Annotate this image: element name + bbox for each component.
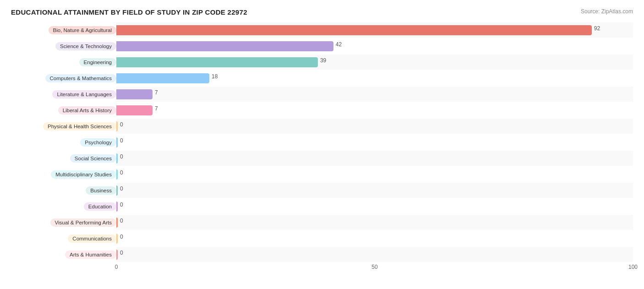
bar-track: 92 [116, 22, 633, 38]
bars-area: Bio, Nature & Agricultural92Science & Te… [11, 22, 633, 273]
bar-label: Physical & Health Sciences [11, 122, 116, 131]
bar-label-pill: Social Sciences [70, 154, 116, 163]
bar-fill: 0 [116, 169, 118, 180]
bar-label-pill: Multidisciplinary Studies [51, 170, 116, 179]
bar-track: 42 [116, 38, 633, 54]
bar-row: Business0 [11, 183, 633, 198]
bar-track: 0 [116, 247, 633, 262]
bar-value-label: 7 [155, 89, 158, 96]
bar-value-label: 92 [594, 25, 600, 32]
bar-label: Psychology [11, 138, 116, 147]
bar-row: Bio, Nature & Agricultural92 [11, 22, 633, 38]
bar-row: Engineering39 [11, 55, 633, 70]
bar-label: Literature & Languages [11, 90, 116, 98]
bar-value-label: 0 [120, 185, 123, 192]
bar-label-pill: Arts & Humanities [65, 251, 116, 259]
bar-row: Communications0 [11, 231, 633, 246]
chart-header: EDUCATIONAL ATTAINMENT BY FIELD OF STUDY… [11, 8, 633, 16]
bar-value-label: 39 [320, 57, 326, 64]
bar-track: 7 [116, 87, 633, 102]
bar-value-label: 0 [120, 137, 123, 144]
bar-label-pill: Visual & Performing Arts [50, 218, 116, 227]
bar-value-label: 0 [120, 218, 123, 224]
bar-track: 0 [116, 183, 633, 198]
bar-label: Education [11, 202, 116, 211]
bar-row: Liberal Arts & History7 [11, 103, 633, 118]
bar-track: 0 [116, 167, 633, 182]
bar-label-pill: Literature & Languages [52, 90, 116, 98]
bar-track: 0 [116, 199, 633, 214]
x-axis-tick: 50 [371, 264, 377, 270]
bar-label: Engineering [11, 58, 116, 66]
bar-label: Bio, Nature & Agricultural [11, 26, 116, 34]
bar-row: Education0 [11, 199, 633, 214]
bar-label-pill: Education [84, 202, 116, 211]
bar-row: Psychology0 [11, 135, 633, 150]
bar-label-pill: Engineering [79, 58, 116, 66]
chart-source: Source: ZipAtlas.com [581, 8, 633, 15]
bar-track: 0 [116, 119, 633, 134]
bar-value-label: 18 [212, 73, 218, 80]
bar-fill: 7 [116, 105, 153, 115]
bar-value-label: 0 [120, 121, 123, 128]
bar-track: 7 [116, 103, 633, 118]
bar-label-pill: Science & Technology [55, 42, 116, 50]
bar-value-label: 0 [120, 169, 123, 176]
bar-track: 18 [116, 71, 633, 86]
bar-fill: 18 [116, 73, 209, 83]
bar-row: Social Sciences0 [11, 151, 633, 166]
bar-label: Business [11, 186, 116, 195]
bar-row: Computers & Mathematics18 [11, 71, 633, 86]
bar-fill: 0 [116, 234, 118, 244]
bar-track: 39 [116, 55, 633, 70]
bar-label: Multidisciplinary Studies [11, 170, 116, 179]
bar-track: 0 [116, 151, 633, 166]
bar-fill: 7 [116, 89, 153, 99]
bar-label: Computers & Mathematics [11, 74, 116, 82]
bar-row: Physical & Health Sciences0 [11, 119, 633, 134]
bar-fill: 0 [116, 202, 118, 212]
bars-container: Bio, Nature & Agricultural92Science & Te… [11, 22, 633, 263]
bar-value-label: 42 [336, 41, 342, 48]
bar-value-label: 0 [120, 234, 123, 240]
bar-fill: 0 [116, 218, 118, 228]
x-axis-tick: 0 [115, 264, 118, 270]
bar-row: Visual & Performing Arts0 [11, 215, 633, 230]
bar-label: Visual & Performing Arts [11, 218, 116, 227]
bar-label: Liberal Arts & History [11, 106, 116, 115]
bar-label-pill: Business [86, 186, 116, 195]
bar-fill: 0 [116, 137, 118, 147]
bar-value-label: 0 [120, 250, 123, 256]
bar-row: Arts & Humanities0 [11, 247, 633, 262]
bar-value-label: 0 [120, 153, 123, 160]
bar-track: 0 [116, 231, 633, 246]
bar-fill: 42 [116, 41, 333, 51]
bar-track: 0 [116, 215, 633, 230]
bar-track: 0 [116, 135, 633, 150]
bar-label: Science & Technology [11, 42, 116, 50]
x-axis-tick: 100 [628, 264, 638, 270]
bar-fill: 92 [116, 25, 592, 35]
bar-fill: 0 [116, 153, 118, 164]
bar-label-pill: Physical & Health Sciences [43, 122, 116, 131]
bar-label: Arts & Humanities [11, 251, 116, 259]
bar-label-pill: Bio, Nature & Agricultural [49, 26, 116, 34]
bar-fill: 39 [116, 57, 318, 67]
bar-fill: 0 [116, 121, 118, 131]
bar-label-pill: Liberal Arts & History [58, 106, 116, 115]
chart-container: EDUCATIONAL ATTAINMENT BY FIELD OF STUDY… [0, 0, 644, 289]
chart-title: EDUCATIONAL ATTAINMENT BY FIELD OF STUDY… [11, 8, 247, 16]
bar-row: Literature & Languages7 [11, 87, 633, 102]
bar-value-label: 7 [155, 105, 158, 112]
x-axis: 050100 [116, 264, 633, 273]
bar-label-pill: Computers & Mathematics [45, 74, 117, 82]
bar-fill: 0 [116, 250, 118, 260]
bar-value-label: 0 [120, 202, 123, 208]
bar-label: Social Sciences [11, 154, 116, 163]
bar-label-pill: Psychology [80, 138, 116, 147]
bar-label-pill: Communications [68, 234, 116, 243]
bar-row: Science & Technology42 [11, 38, 633, 54]
bar-fill: 0 [116, 185, 118, 196]
bar-label: Communications [11, 234, 116, 243]
bar-row: Multidisciplinary Studies0 [11, 167, 633, 182]
